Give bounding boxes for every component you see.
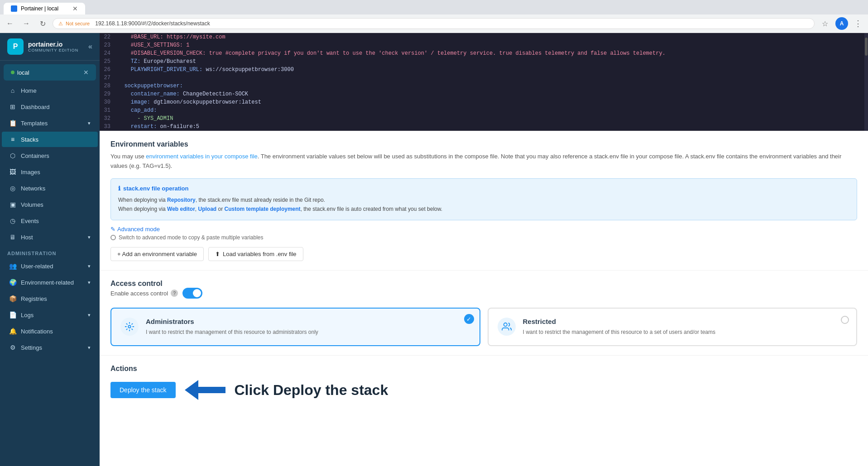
stack-env-info-box: ℹ stack.env file operation When deployin…	[110, 178, 857, 221]
stacks-icon: ≡	[9, 136, 16, 143]
sidebar-item-label: Images	[21, 169, 40, 176]
svg-point-1	[504, 323, 507, 326]
code-line: 32 - SYS_ADMIN	[100, 114, 868, 123]
sidebar-item-containers[interactable]: ⬡ Containers	[2, 148, 98, 163]
tab-title: Portainer | local	[21, 5, 58, 12]
sidebar-item-environment-related[interactable]: 🌍 Environment-related ▾	[2, 275, 98, 290]
sidebar-logo: P portainer.io Community Edition «	[0, 33, 100, 61]
sidebar: P portainer.io Community Edition « local…	[0, 33, 100, 466]
sidebar-item-registries[interactable]: 📦 Registries	[2, 291, 98, 306]
sidebar-item-events[interactable]: ◷ Events	[2, 213, 98, 228]
sidebar-item-images[interactable]: 🖼 Images	[2, 164, 98, 180]
access-control-title: Access control	[110, 280, 857, 288]
code-line: 26 PLAYWRIGHT_DRIVER_URL: ws://sockpuppe…	[100, 66, 868, 74]
env-vars-section: Environment variables You may use enviro…	[100, 131, 868, 271]
sidebar-item-templates[interactable]: 📋 Templates ▾	[2, 115, 98, 131]
deploy-stack-button[interactable]: Deploy the stack	[110, 382, 176, 398]
access-control-section: Access control Enable access control ?	[100, 271, 868, 356]
environment-selector[interactable]: local ✕	[4, 64, 96, 81]
forward-button[interactable]: →	[20, 17, 33, 30]
networks-icon: ◎	[9, 185, 16, 192]
bookmark-button[interactable]: ☆	[818, 18, 832, 30]
svg-point-0	[128, 326, 131, 328]
restricted-card-text: Restricted I want to restrict the manage…	[523, 318, 716, 336]
env-vars-buttons: + Add an environment variable ⬆ Load var…	[110, 247, 857, 261]
users-icon: 👥	[9, 262, 16, 270]
restricted-icon	[498, 318, 516, 336]
chevron-down-icon: ▾	[88, 280, 91, 285]
sidebar-item-logs[interactable]: 📄 Logs ▾	[2, 307, 98, 323]
sidebar-item-dashboard[interactable]: ⊞ Dashboard	[2, 99, 98, 114]
info-icon: ℹ	[118, 185, 120, 192]
repository-link[interactable]: Repository	[167, 197, 196, 203]
restricted-card[interactable]: Restricted I want to restrict the manage…	[488, 308, 858, 346]
sidebar-item-settings[interactable]: ⚙ Settings ▾	[2, 340, 98, 355]
administrators-card-title: Administrators	[146, 318, 318, 325]
env-vars-title: Environment variables	[110, 140, 857, 148]
sidebar-item-label: Notifications	[21, 328, 53, 335]
sidebar-item-label: Templates	[21, 120, 48, 127]
sidebar-item-networks[interactable]: ◎ Networks	[2, 181, 98, 196]
upload-link[interactable]: Upload	[198, 206, 217, 212]
access-control-toggle[interactable]	[182, 288, 202, 299]
env-desc-pre: You may use	[110, 153, 146, 160]
sidebar-item-label: Settings	[21, 344, 42, 351]
browser-tab[interactable]: Portainer | local ✕	[4, 3, 85, 14]
restricted-card-description: I want to restrict the management of thi…	[523, 328, 716, 336]
sidebar-item-label: Stacks	[21, 136, 38, 143]
custom-template-link[interactable]: Custom template deployment	[225, 206, 301, 212]
logo-icon: P	[7, 38, 24, 55]
back-button[interactable]: ←	[4, 17, 16, 30]
code-line: 33 restart: on-failure:5	[100, 123, 868, 131]
access-options: Administrators I want to restrict the ma…	[110, 308, 857, 346]
reload-button[interactable]: ↻	[36, 17, 49, 30]
add-env-var-button[interactable]: + Add an environment variable	[110, 247, 204, 261]
code-scrollbar[interactable]	[864, 33, 868, 131]
sidebar-item-notifications[interactable]: 🔔 Notifications	[2, 323, 98, 339]
code-line: 25 TZ: Europe/Bucharest	[100, 57, 868, 66]
administrators-card[interactable]: Administrators I want to restrict the ma…	[110, 308, 480, 346]
enable-access-control-row: Enable access control ?	[110, 288, 857, 299]
sidebar-item-user-related[interactable]: 👥 User-related ▾	[2, 258, 98, 274]
dashboard-icon: ⊞	[9, 103, 16, 110]
browser-chrome: Portainer | local ✕ ← → ↻ ⚠ Not secure 1…	[0, 0, 868, 33]
menu-button[interactable]: ⋮	[852, 17, 864, 30]
tab-close-button[interactable]: ✕	[72, 5, 78, 12]
restricted-radio-button[interactable]	[841, 316, 849, 324]
sidebar-item-label: Containers	[21, 152, 49, 159]
events-icon: ◷	[9, 217, 16, 224]
code-line: 30 image: dgtlmoon/sockpuppetbrowser:lat…	[100, 98, 868, 106]
tab-favicon	[11, 5, 17, 12]
info-line1: When deploying via Repository, the stack…	[118, 195, 849, 204]
logs-icon: 📄	[9, 311, 16, 319]
chevron-down-icon: ▾	[88, 263, 91, 269]
load-env-file-button[interactable]: ⬆ Load variables from .env file	[208, 247, 303, 261]
templates-icon: 📋	[9, 119, 16, 127]
sidebar-item-home[interactable]: ⌂ Home	[2, 83, 98, 98]
profile-button[interactable]: A	[835, 17, 848, 30]
code-line: 29 container_name: ChangeDetection-SOCK	[100, 90, 868, 98]
administrators-card-description: I want to restrict the management of thi…	[146, 328, 318, 336]
sidebar-item-label: User-related	[21, 263, 53, 270]
sidebar-item-stacks[interactable]: ≡ Stacks	[2, 132, 98, 147]
sidebar-item-label: Registries	[21, 295, 47, 302]
collapse-sidebar-button[interactable]: «	[88, 43, 92, 51]
actions-section: Actions Deploy the stack Click Deploy th…	[100, 356, 868, 409]
security-label: Not secure	[66, 21, 90, 26]
code-line: 22 #BASE_URL: https://mysite.com	[100, 33, 868, 41]
sidebar-item-label: Home	[21, 87, 37, 94]
advanced-mode-toggle[interactable]: ✎ Advanced mode	[110, 226, 857, 233]
address-bar[interactable]: ⚠ Not secure 192.168.1.18:9000/#!/2/dock…	[53, 18, 815, 29]
env-close-icon[interactable]: ✕	[83, 69, 89, 76]
web-editor-link[interactable]: Web editor	[167, 206, 195, 212]
arrow-head-icon	[185, 380, 198, 400]
chevron-down-icon: ▾	[88, 345, 91, 351]
arrow-body-icon	[198, 387, 225, 393]
sidebar-item-host[interactable]: 🖥 Host ▾	[2, 229, 98, 245]
env-vars-link[interactable]: environment variables in your compose fi…	[146, 153, 257, 160]
sidebar-item-volumes[interactable]: ▣ Volumes	[2, 197, 98, 212]
chevron-down-icon: ▾	[88, 234, 91, 240]
administrators-selected-checkmark: ✓	[464, 314, 474, 324]
edit-icon: ✎	[110, 226, 115, 233]
scrollbar-thumb[interactable]	[865, 38, 868, 56]
